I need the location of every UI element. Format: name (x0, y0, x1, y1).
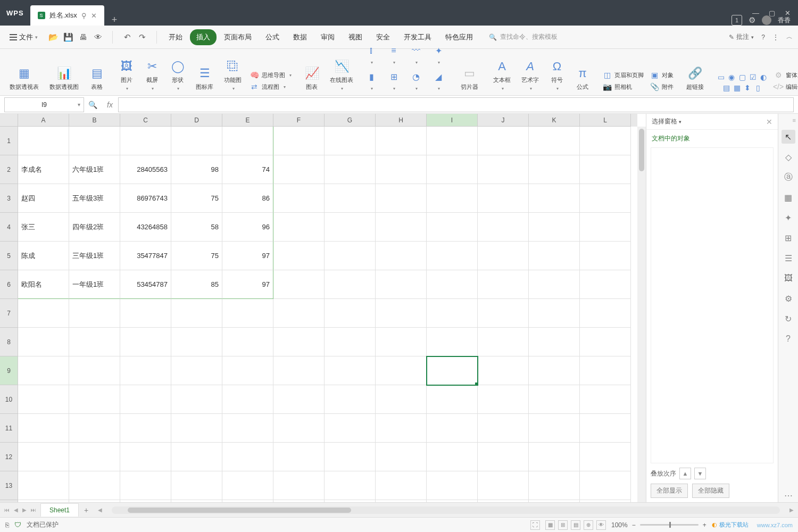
cell[interactable] (376, 270, 427, 299)
header-footer-button[interactable]: ◫页眉和页脚 (603, 70, 644, 80)
expand-formula-icon[interactable]: 🔍 (84, 101, 102, 109)
close-tab-icon[interactable]: ✕ (91, 12, 97, 20)
row-header[interactable]: 6 (0, 270, 18, 299)
column-header[interactable]: G (325, 114, 376, 127)
cell[interactable] (427, 328, 478, 356)
cell[interactable] (529, 356, 580, 385)
more-icon[interactable]: ⋮ (772, 34, 779, 41)
screenshot-button[interactable]: ✂截屏 (143, 58, 162, 92)
cell[interactable] (325, 155, 376, 184)
cell[interactable] (376, 385, 427, 414)
cell[interactable] (325, 471, 376, 500)
column-header[interactable]: H (376, 114, 427, 127)
cell[interactable] (325, 328, 376, 356)
scroll-left-icon[interactable]: ◀ (98, 507, 102, 513)
cell[interactable]: 28405563 (120, 155, 171, 184)
cell[interactable] (273, 443, 325, 471)
history-icon[interactable]: ↻ (782, 312, 795, 326)
cell[interactable]: 赵四 (18, 184, 69, 213)
table-button[interactable]: ▤表格 (87, 65, 106, 92)
reading-view-icon[interactable]: ⊕ (584, 520, 593, 530)
fx-icon[interactable]: fx (102, 101, 118, 109)
cell[interactable]: 75 (171, 242, 222, 270)
analysis-icon[interactable]: ⊞ (782, 231, 795, 245)
row-header[interactable]: 4 (0, 213, 18, 242)
page-break-view-icon[interactable]: ⊞ (558, 520, 568, 530)
cell[interactable] (18, 328, 69, 356)
cell[interactable] (273, 270, 325, 299)
cell[interactable]: 六年级1班 (69, 155, 120, 184)
cell[interactable] (273, 155, 325, 184)
eye-view-icon[interactable]: 👁 (596, 520, 606, 530)
cell[interactable] (273, 213, 325, 242)
cell[interactable] (427, 299, 478, 328)
flowchart-button[interactable]: ⇄流程图 (250, 81, 292, 92)
cell[interactable] (427, 155, 478, 184)
sheet-nav-prev-icon[interactable]: ◀ (13, 506, 19, 514)
open-icon[interactable]: 📂 (48, 32, 58, 42)
cell[interactable] (478, 500, 529, 502)
form-control-icon[interactable]: ◐ (759, 73, 768, 81)
cell[interactable] (529, 242, 580, 270)
cell[interactable] (427, 242, 478, 270)
shapes-button[interactable]: ◯形状 (168, 58, 187, 92)
zoom-control[interactable]: 100% − + (611, 521, 706, 529)
cell[interactable]: 53454787 (120, 270, 171, 299)
cell[interactable]: 一年级1班 (69, 270, 120, 299)
cell[interactable] (376, 127, 427, 155)
cell[interactable]: 三年级1班 (69, 242, 120, 270)
zoom-slider[interactable] (640, 524, 699, 526)
picture-button[interactable]: 🖼图片 (117, 58, 136, 92)
cell[interactable] (325, 385, 376, 414)
print-icon[interactable]: 🖶 (78, 32, 88, 42)
func-chart-button[interactable]: ⿻功能图 (222, 58, 244, 92)
cell[interactable] (478, 299, 529, 328)
cell[interactable] (120, 500, 171, 502)
ribbon-tab-页面布局[interactable]: 页面布局 (218, 29, 258, 45)
cell[interactable]: 35477847 (120, 242, 171, 270)
app-badge[interactable]: 1 (732, 15, 742, 26)
mindmap-button[interactable]: 🧠思维导图 (250, 70, 292, 80)
cell[interactable] (376, 213, 427, 242)
cell[interactable] (273, 328, 325, 356)
ribbon-tab-公式[interactable]: 公式 (259, 29, 286, 45)
sheet-nav-last-icon[interactable]: ⏭ (30, 506, 37, 514)
column-header[interactable]: K (529, 114, 580, 127)
pivot-table-button[interactable]: ▦数据透视表 (7, 65, 41, 92)
horizontal-scrollbar[interactable] (112, 506, 780, 514)
cell[interactable] (222, 356, 273, 385)
column-header[interactable]: E (222, 114, 273, 127)
cell[interactable] (69, 471, 120, 500)
document-tab[interactable]: S 姓名.xlsx ⚲ ✕ (30, 5, 104, 26)
cell[interactable]: 75 (171, 184, 222, 213)
annotate-button[interactable]: ✎ 批注 ▾ (729, 32, 754, 41)
icon-library-button[interactable]: ☰图标库 (194, 65, 215, 92)
cell[interactable]: 欧阳名 (18, 270, 69, 299)
ribbon-tab-开始[interactable]: 开始 (162, 29, 189, 45)
cell[interactable] (529, 270, 580, 299)
row-header[interactable]: 1 (0, 127, 18, 155)
cell[interactable] (18, 127, 69, 155)
cell[interactable] (222, 500, 273, 502)
cell[interactable] (273, 414, 325, 443)
cell[interactable]: 43264858 (120, 213, 171, 242)
cell[interactable] (120, 471, 171, 500)
cell[interactable]: 86976743 (120, 184, 171, 213)
spark-line-button[interactable]: 〰 (406, 42, 426, 66)
show-all-button[interactable]: 全部显示 (651, 484, 688, 498)
cell[interactable]: 李成名 (18, 155, 69, 184)
cell[interactable] (376, 500, 427, 502)
undo-icon[interactable]: ↶ (122, 32, 132, 42)
cell[interactable] (376, 242, 427, 270)
cell[interactable] (580, 385, 631, 414)
cell[interactable] (478, 414, 529, 443)
cell[interactable] (376, 155, 427, 184)
cell[interactable]: 58 (171, 213, 222, 242)
move-down-icon[interactable]: ▼ (694, 468, 706, 479)
cell[interactable] (222, 443, 273, 471)
row-header[interactable]: 5 (0, 242, 18, 270)
cell[interactable] (69, 414, 120, 443)
camera-button[interactable]: 📷照相机 (603, 81, 644, 92)
ribbon-tab-审阅[interactable]: 审阅 (314, 29, 341, 45)
cursor-tool-icon[interactable]: ↖ (782, 130, 795, 144)
